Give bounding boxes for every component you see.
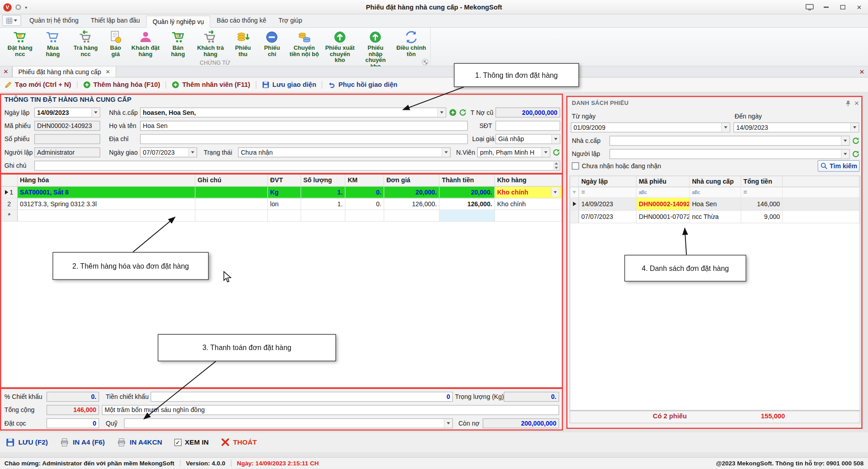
add-item-button[interactable]: Thêm hàng hóa (F10) (83, 81, 160, 89)
add-supplier-icon[interactable] (448, 108, 456, 116)
filter-supplier[interactable]: aBc (690, 187, 741, 198)
ma-phieu-field[interactable]: DHN00002-140923 (34, 121, 100, 131)
toolbar-khach-dat-hang[interactable]: Khách đặt hàng (129, 29, 162, 57)
chevron-down-icon[interactable] (442, 148, 450, 157)
toolbar-chuyen-tien-noi-bo[interactable]: Chuyển tiền nội bộ (287, 29, 321, 57)
toolbar-phieu-chi[interactable]: Phiếu chi (259, 29, 286, 57)
add-employee-button[interactable]: Thêm nhân viên (F11) (172, 81, 250, 89)
save-button[interactable]: LƯU (F2) (5, 437, 48, 447)
exit-button[interactable]: THOÁT (221, 438, 257, 447)
toolbar-dat-hang-ncc[interactable]: Đặt hàng ncc (3, 29, 37, 57)
cell-note[interactable] (195, 199, 267, 210)
col-so-luong[interactable]: Số lượng (301, 175, 345, 187)
pct-discount-field[interactable]: 0. (47, 392, 99, 402)
cell-date[interactable]: 07/07/2023 (579, 211, 636, 223)
col-km[interactable]: KM (345, 175, 384, 187)
chevron-down-icon[interactable] (841, 136, 849, 145)
save-layout-button[interactable]: Lưu giao diện (262, 81, 316, 89)
restore-layout-button[interactable]: Phục hồi giao diện (328, 81, 398, 89)
print-a4kcn-button[interactable]: IN A4KCN (117, 437, 162, 447)
chevron-down-icon[interactable] (444, 419, 452, 428)
cell-supplier[interactable]: Hoa Sen (690, 198, 741, 210)
table-row[interactable]: 14/09/2023 DHN00002-140923 Hoa Sen 146,0… (570, 198, 860, 210)
checkbox-checked-icon[interactable] (174, 439, 182, 446)
close-button[interactable]: ✕ (853, 2, 866, 12)
filter-date[interactable]: = (579, 187, 636, 198)
app-menu-button[interactable] (2, 15, 21, 26)
cell-warehouse[interactable]: Kho chính (495, 199, 562, 210)
cell-total[interactable]: 146,000 (741, 198, 783, 210)
cell-qty[interactable]: 1. (301, 199, 345, 210)
trang-thai-input[interactable]: Chưa nhận (238, 147, 450, 157)
col-ghi-chu[interactable]: Ghi chú (195, 175, 267, 187)
cell-price[interactable]: 126,000. (384, 199, 440, 210)
cell-price[interactable]: 20,000. (384, 187, 440, 199)
debt-field[interactable]: 200,000,000 (483, 418, 559, 428)
col-hang-hoa[interactable]: Hàng hóa (18, 175, 195, 187)
toolbar-khach-tra-hang[interactable]: Khách trả hàng (194, 29, 227, 57)
panel-supplier-input[interactable] (610, 136, 850, 146)
pending-checkbox[interactable] (572, 162, 579, 170)
col-don-gia[interactable]: Đơn giá (384, 175, 440, 187)
cell-note[interactable] (195, 187, 267, 199)
total-words-field[interactable]: Một trăm bốn mươi sáu nghìn đồng (102, 405, 559, 415)
cell-total[interactable]: 126,000. (440, 199, 495, 210)
cell-unit[interactable]: lon (268, 199, 301, 210)
close-panel-icon[interactable]: ✕ (853, 99, 861, 107)
loai-gia-input[interactable]: Giá nhập (495, 134, 560, 144)
col-thanh-tien[interactable]: Thành tiền (440, 175, 495, 187)
table-row[interactable]: 2 0312T3.3, Spring 0312 3.3l lon 1. 0. 1… (1, 199, 562, 210)
print-a4-button[interactable]: IN A4 (F6) (60, 437, 105, 447)
ghi-chu-field[interactable] (34, 161, 560, 171)
toolbar-phieu-thu[interactable]: Phiếu thu (230, 29, 257, 57)
col-ma-phieu[interactable]: Mã phiếu (637, 176, 690, 188)
total-field[interactable]: 146,000 (47, 405, 99, 415)
dia-chi-field[interactable] (140, 134, 468, 144)
cell-date[interactable]: 14/09/2023 (579, 198, 636, 210)
close-all-button[interactable]: ✕ (856, 66, 868, 77)
panel-creator-input[interactable] (610, 149, 850, 159)
toolbar-bao-gia[interactable]: Báo giá (104, 29, 127, 57)
cell-qty[interactable]: 1. (301, 187, 345, 199)
pin-icon[interactable] (844, 99, 852, 107)
col-kho-hang[interactable]: Kho hàng (495, 175, 562, 187)
close-tab-button[interactable]: ✕ (0, 66, 12, 77)
preview-checkbox[interactable]: XEM IN (174, 438, 209, 446)
chevron-down-icon[interactable] (841, 150, 849, 159)
chevron-down-icon[interactable] (551, 135, 559, 144)
chevron-down-icon[interactable] (437, 108, 446, 117)
minimize-button[interactable] (819, 2, 832, 12)
maximize-button[interactable] (836, 2, 849, 12)
discount-field[interactable]: 0 (150, 392, 453, 402)
nguoi-lap-field[interactable]: Administrator (34, 147, 100, 157)
chevron-down-icon[interactable] (721, 123, 729, 132)
deposit-field[interactable]: 0 (47, 418, 99, 428)
display-icon[interactable] (802, 2, 816, 12)
toolbar-mua-hang[interactable]: Mua hàng (39, 29, 66, 57)
chevron-down-icon[interactable] (188, 148, 197, 157)
n-vien-input[interactable]: pmh, Phạm Minh H (477, 147, 550, 157)
col-nha-cung-cap[interactable]: Nhà cung cấp (690, 176, 741, 188)
chevron-down-icon[interactable] (541, 148, 549, 157)
filter-row[interactable]: = aBc aBc = (570, 187, 860, 198)
cell-name[interactable]: 0312T3.3, Spring 0312 3.3l (18, 199, 195, 210)
tab-thiet-lap-ban-dau[interactable]: Thiết lập ban đầu (84, 15, 146, 27)
toolbar-dieu-chinh-ton[interactable]: Điều chỉnh tồn (394, 29, 428, 57)
tab-phieu-dat-hang[interactable]: Phiếu đặt hàng nhà cung cấp ✕ (12, 66, 116, 77)
tab-quan-ly-nghiep-vu[interactable]: Quản lý nghiệp vụ (146, 15, 211, 28)
chevron-down-icon[interactable] (551, 188, 559, 197)
col-tong-tien[interactable]: Tổng tiền (741, 176, 783, 188)
refresh-icon[interactable] (851, 150, 859, 158)
refresh-employee-icon[interactable] (552, 148, 560, 156)
from-date-input[interactable]: 01/09/2009 (571, 123, 730, 133)
table-row[interactable]: 1 SAT00001, Sắt 8 Kg 1. 0. 20,000. 20,00… (1, 187, 562, 199)
chevron-down-icon[interactable] (850, 123, 859, 132)
col-dvt[interactable]: ĐVT (268, 175, 301, 187)
cell-code[interactable]: DHN00002-140923 (637, 198, 690, 210)
tab-tro-giup[interactable]: Trợ giúp (272, 15, 309, 27)
group-expand-icon[interactable] (422, 59, 429, 66)
cell-total[interactable]: 9,000 (741, 211, 783, 223)
weight-field[interactable]: 0. (504, 392, 559, 402)
t-no-cu-field[interactable]: 200,000,000 (495, 108, 560, 118)
toolbar-tra-hang-ncc[interactable]: Trả hàng ncc (69, 29, 103, 57)
